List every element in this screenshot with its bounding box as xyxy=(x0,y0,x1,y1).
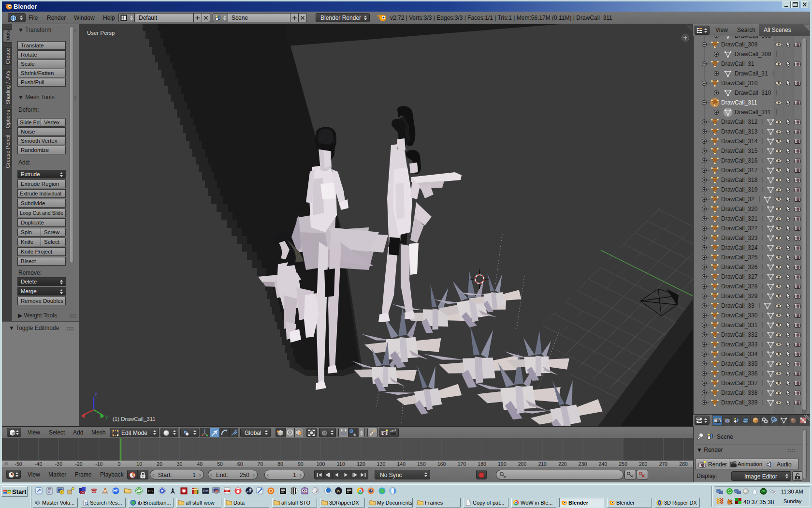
svg-text:60: 60 xyxy=(237,461,243,467)
svg-text:170: 170 xyxy=(458,461,466,467)
svg-text:150: 150 xyxy=(417,461,426,467)
svg-text:DrawCall_335: DrawCall_335 xyxy=(721,360,758,367)
svg-text:DrawCall_32: DrawCall_32 xyxy=(721,196,754,203)
svg-text:C:\: C:\ xyxy=(148,490,153,493)
svg-text:DrawCall_330: DrawCall_330 xyxy=(721,312,758,319)
svg-text:260: 260 xyxy=(639,461,648,467)
svg-text:User Persp: User Persp xyxy=(87,30,115,36)
svg-text:270: 270 xyxy=(659,461,668,467)
svg-text:DrawCall_310: DrawCall_310 xyxy=(735,90,771,96)
svg-text:DrawCall_317: DrawCall_317 xyxy=(721,167,758,174)
svg-text:-10: -10 xyxy=(95,461,102,467)
svg-text:90: 90 xyxy=(298,461,304,467)
svg-text:DrawCall_315: DrawCall_315 xyxy=(721,148,758,154)
svg-text:DrawCall_324: DrawCall_324 xyxy=(721,244,758,251)
svg-text:50: 50 xyxy=(217,461,223,467)
svg-text:280: 280 xyxy=(679,461,688,467)
svg-text:DrawCall_333: DrawCall_333 xyxy=(721,341,758,348)
svg-text:DrawCall_319: DrawCall_319 xyxy=(721,186,758,193)
svg-text:10: 10 xyxy=(136,461,142,467)
svg-text:DrawCall_312: DrawCall_312 xyxy=(721,119,758,125)
svg-text:DrawCall_31: DrawCall_31 xyxy=(735,70,768,77)
svg-text:DrawCall_326: DrawCall_326 xyxy=(721,264,758,270)
svg-text:DrawCall_329: DrawCall_329 xyxy=(721,293,758,299)
svg-text:70: 70 xyxy=(258,461,263,467)
svg-text:W: W xyxy=(336,489,341,493)
svg-text:80: 80 xyxy=(277,461,283,467)
svg-text:DrawCall_332: DrawCall_332 xyxy=(721,331,758,338)
svg-text:DrawCall_31: DrawCall_31 xyxy=(721,60,754,67)
svg-text:DrawCall_314: DrawCall_314 xyxy=(721,138,758,145)
svg-text:DrawCall_309: DrawCall_309 xyxy=(721,41,758,48)
svg-text:40: 40 xyxy=(197,461,203,467)
svg-text:DrawCall_338: DrawCall_338 xyxy=(721,389,758,396)
svg-text:180: 180 xyxy=(478,461,486,467)
svg-text:160: 160 xyxy=(437,461,446,467)
svg-text:210: 210 xyxy=(538,461,547,467)
svg-text:DrawCall_325: DrawCall_325 xyxy=(721,254,758,261)
svg-text:z: z xyxy=(95,392,97,397)
svg-text:DrawCall_322: DrawCall_322 xyxy=(721,225,758,232)
svg-text:20: 20 xyxy=(157,461,162,467)
svg-text:220: 220 xyxy=(558,461,567,467)
svg-text:DrawCall_339: DrawCall_339 xyxy=(721,399,758,406)
svg-text:30: 30 xyxy=(177,461,183,467)
svg-text:DrawCall_313: DrawCall_313 xyxy=(721,128,758,135)
svg-text:PDF: PDF xyxy=(225,490,229,492)
svg-text:230: 230 xyxy=(579,461,587,467)
svg-text:DrawCall_331: DrawCall_331 xyxy=(721,322,758,329)
svg-text:DrawCall_310: DrawCall_310 xyxy=(721,80,758,87)
svg-text:190: 190 xyxy=(498,461,507,467)
svg-text:240: 240 xyxy=(599,461,608,467)
svg-text:120: 120 xyxy=(357,461,365,467)
svg-text:DrawCall_323: DrawCall_323 xyxy=(721,235,758,241)
svg-text:Scene: Scene xyxy=(717,433,733,440)
svg-text:-30: -30 xyxy=(55,461,62,467)
svg-text:140: 140 xyxy=(397,461,406,467)
svg-text:DHCP: DHCP xyxy=(81,492,87,494)
svg-text:y: y xyxy=(105,414,108,419)
svg-text:DrawCall_311: DrawCall_311 xyxy=(721,99,757,106)
svg-text:DrawCall_320: DrawCall_320 xyxy=(721,206,758,212)
svg-text:DrawCall_311: DrawCall_311 xyxy=(735,109,771,116)
svg-text:110: 110 xyxy=(337,461,345,467)
svg-text:200: 200 xyxy=(518,461,527,467)
svg-text:100: 100 xyxy=(317,461,325,467)
svg-text:-20: -20 xyxy=(75,461,83,467)
svg-text:DrawCall_334: DrawCall_334 xyxy=(721,351,758,358)
svg-text:(1) DrawCall_311: (1) DrawCall_311 xyxy=(113,416,156,422)
svg-text:DrawCall_327: DrawCall_327 xyxy=(721,273,758,280)
svg-text:DrawCall_33: DrawCall_33 xyxy=(721,302,754,309)
svg-text:Em: Em xyxy=(203,489,209,493)
svg-text:▼ Render: ▼ Render xyxy=(696,447,723,453)
svg-text:DrawCall_318: DrawCall_318 xyxy=(721,177,758,183)
svg-text:-40: -40 xyxy=(35,461,42,467)
svg-text:130: 130 xyxy=(377,461,386,467)
svg-text:-50: -50 xyxy=(14,461,22,467)
svg-text:0: 0 xyxy=(118,461,121,467)
svg-text:DrawCall_337: DrawCall_337 xyxy=(721,380,758,387)
svg-text:DrawCall_309: DrawCall_309 xyxy=(735,51,771,58)
svg-text:DrawCall_321: DrawCall_321 xyxy=(721,215,758,222)
svg-text:DrawCall_328: DrawCall_328 xyxy=(721,283,758,290)
svg-text:DrawCall_336: DrawCall_336 xyxy=(721,370,758,377)
svg-text:DrawCall_316: DrawCall_316 xyxy=(721,157,758,164)
svg-text:250: 250 xyxy=(619,461,627,467)
